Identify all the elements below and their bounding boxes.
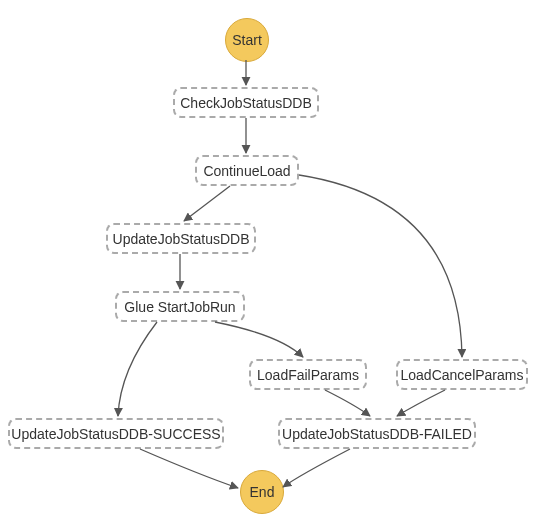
load-fail-params-node: LoadFailParams <box>249 359 367 390</box>
edge-glue-success <box>118 322 157 416</box>
loadfail-label: LoadFailParams <box>257 367 359 383</box>
update-job-status-node: UpdateJobStatusDDB <box>106 223 256 254</box>
update-failed-node: UpdateJobStatusDDB-FAILED <box>278 418 476 449</box>
edge-failed-end <box>283 449 350 487</box>
edge-loadcancel-failed <box>397 390 445 416</box>
glue-startjobrun-node: Glue StartJobRun <box>115 291 245 322</box>
edge-success-end <box>140 449 238 488</box>
update-success-node: UpdateJobStatusDDB-SUCCESS <box>8 418 224 449</box>
failed-label: UpdateJobStatusDDB-FAILED <box>282 426 472 442</box>
end-node: End <box>240 470 284 514</box>
end-label: End <box>250 484 275 500</box>
continue-load-node: ContinueLoad <box>195 155 299 186</box>
update-label: UpdateJobStatusDDB <box>113 231 250 247</box>
load-cancel-params-node: LoadCancelParams <box>396 359 528 390</box>
glue-label: Glue StartJobRun <box>124 299 235 315</box>
check-job-status-node: CheckJobStatusDDB <box>173 87 319 118</box>
loadcancel-label: LoadCancelParams <box>401 367 524 383</box>
continue-label: ContinueLoad <box>203 163 290 179</box>
edge-continue-loadcancel <box>299 175 462 357</box>
start-label: Start <box>232 32 262 48</box>
edge-glue-loadfail <box>215 322 303 357</box>
check-label: CheckJobStatusDDB <box>180 95 312 111</box>
start-node: Start <box>225 18 269 62</box>
edge-loadfail-failed <box>325 390 370 416</box>
edge-continue-update <box>184 186 230 221</box>
success-label: UpdateJobStatusDDB-SUCCESS <box>11 426 220 442</box>
